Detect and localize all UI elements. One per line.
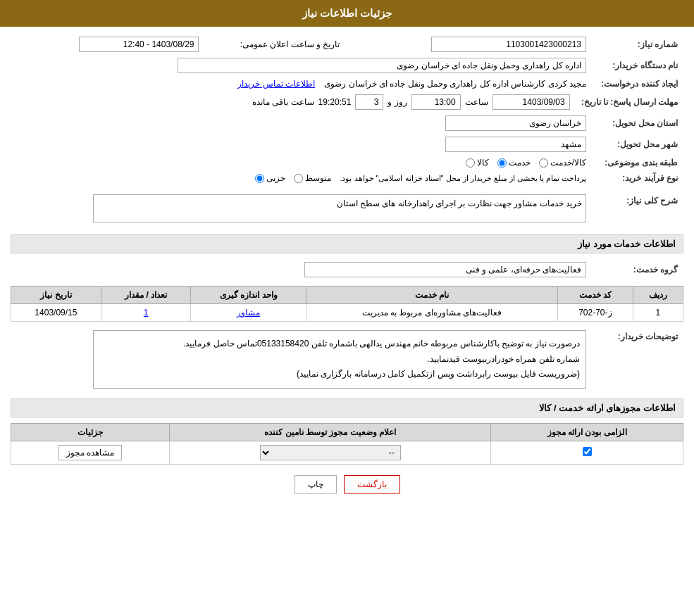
cell-name: فعالیت‌های مشاوره‌ای مربوط به مدیریت	[306, 304, 558, 322]
purchase-type-table: نوع فرآیند خرید: پرداخت تمام یا بخشی از …	[11, 170, 683, 186]
province-table: استان محل تحویل:	[11, 113, 683, 134]
buyer-notes-table: توضیحات خریدار: درصورت نیاز به توضیح باک…	[11, 327, 683, 391]
cell-code: ز-70-702	[557, 304, 633, 322]
need-description-textarea[interactable]	[93, 194, 586, 222]
need-number-label: شماره نیاز:	[592, 34, 683, 55]
remaining-time-value: 19:20:51	[318, 97, 352, 107]
content-area: شماره نیاز: تاریخ و ساعت اعلان عمومی: نا…	[0, 27, 694, 511]
buyer-notes-box: درصورت نیاز به توضیح باکارشناس مربوطه خا…	[93, 330, 586, 389]
permit-table: الزامی بودن ارائه مجوز اعلام وضعیت مجوز …	[11, 423, 683, 465]
announcement-date-input[interactable]	[79, 37, 199, 52]
city-label: شهر محل تحویل:	[592, 134, 683, 155]
category-radio-kala-khedmat-input[interactable]	[539, 158, 548, 168]
city-table: شهر محل تحویل:	[11, 134, 683, 155]
col-row: ردیف	[633, 287, 683, 304]
remaining-label: روز و	[388, 97, 407, 107]
category-radio-kala-input[interactable]	[466, 158, 475, 168]
permit-col-details: جزئیات	[11, 423, 170, 441]
response-time-input[interactable]	[411, 94, 461, 110]
col-date: تاریخ نیاز	[11, 287, 101, 304]
purchase-radio-jozi[interactable]: جزیی	[255, 173, 285, 183]
col-unit: واحد اندازه گیری	[191, 287, 306, 304]
service-group-label: گروه خدمت:	[592, 259, 683, 280]
col-name: نام خدمت	[306, 287, 558, 304]
deadline-table: مهلت ارسال پاسخ: تا تاریخ: ساعت روز و 19…	[11, 92, 683, 113]
cell-qty: 1	[101, 304, 191, 322]
view-permit-button[interactable]: مشاهده مجوز	[58, 445, 122, 460]
response-time-label: ساعت	[465, 97, 488, 107]
cell-date: 1403/09/15	[11, 304, 101, 322]
remaining-days-input[interactable]	[355, 94, 383, 110]
buyer-notes-line1: درصورت نیاز به توضیح باکارشناس مربوطه خا…	[99, 337, 580, 352]
category-table: طبقه بندی موضوعی: کالا/خدمت خدمت کالا	[11, 155, 683, 170]
response-deadline-label: مهلت ارسال پاسخ: تا تاریخ:	[576, 92, 683, 113]
need-description-value	[11, 191, 592, 227]
page-wrapper: جزئیات اطلاعات نیاز شماره نیاز: تاریخ و …	[0, 0, 694, 616]
permit-table-row: -- مشاهده مجوز	[11, 441, 683, 464]
contact-link[interactable]: اطلاعات تماس خریدار	[237, 79, 315, 89]
category-radio-khedmat[interactable]: خدمت	[497, 158, 531, 168]
page-header: جزئیات اطلاعات نیاز	[0, 0, 694, 27]
permit-required-cell	[491, 441, 683, 464]
purchase-note: پرداخت تمام یا بخشی از مبلغ خریدار از مح…	[340, 174, 586, 183]
service-group-value	[11, 259, 592, 280]
category-radio-kala[interactable]: کالا	[466, 158, 489, 168]
announcement-date-label: تاریخ و ساعت اعلان عمومی:	[240, 39, 340, 49]
permit-col-status: اعلام وضعیت مجوز توسط نامین کننده	[170, 423, 491, 441]
purchase-jozi-label: جزیی	[266, 173, 285, 183]
announcement-date-value	[11, 34, 204, 55]
category-kala-khedmat-label: کالا/خدمت	[550, 158, 586, 168]
city-value	[11, 134, 592, 155]
need-desc-table: شرح کلی نیاز:	[11, 191, 683, 227]
category-radio-kala-khedmat[interactable]: کالا/خدمت	[539, 158, 586, 168]
print-button[interactable]: چاپ	[295, 475, 337, 494]
creator-label: ایجاد کننده درخواست:	[592, 76, 683, 92]
category-radios: کالا/خدمت خدمت کالا	[11, 155, 592, 170]
creator-table: ایجاد کننده درخواست: مجید کردی کارشناس ا…	[11, 76, 683, 92]
services-table: ردیف کد خدمت نام خدمت واحد اندازه گیری ت…	[11, 286, 683, 322]
buyer-notes-label: توضیحات خریدار:	[592, 327, 683, 391]
category-kala-label: کالا	[477, 158, 489, 168]
need-number-value	[345, 34, 592, 55]
remaining-suffix: ساعت باقی مانده	[252, 97, 314, 107]
page-title: جزئیات اطلاعات نیاز	[302, 7, 392, 19]
permit-details-cell: مشاهده مجوز	[11, 441, 170, 464]
purchase-radio-jozi-input[interactable]	[255, 174, 264, 183]
province-value	[11, 113, 592, 134]
province-label: استان محل تحویل:	[592, 113, 683, 134]
buyer-notes-line2: شماره تلفن همراه خودرادربیوست فیدنمایید.	[99, 352, 580, 367]
permit-status-cell: --	[170, 441, 491, 464]
requester-org-label: نام دستگاه خریدار:	[592, 55, 683, 76]
service-info-title: اطلاعات خدمات مورد نیاز	[11, 234, 683, 253]
creator-text: مجید کردی کارشناس اداره کل راهداری وحمل …	[324, 79, 586, 89]
buyer-notes-content: درصورت نیاز به توضیح باکارشناس مربوطه خا…	[11, 327, 592, 391]
permit-section-title: اطلاعات مجوزهای ارائه خدمت / کالا	[11, 398, 683, 417]
category-label: طبقه بندی موضوعی:	[592, 155, 683, 170]
permit-col-required: الزامی بودن ارائه مجوز	[491, 423, 683, 441]
category-radio-khedmat-input[interactable]	[497, 158, 507, 168]
province-input[interactable]	[445, 115, 586, 131]
requester-org-input[interactable]	[178, 58, 586, 73]
buttons-row: بازگشت چاپ	[11, 475, 683, 494]
response-date-input[interactable]	[492, 94, 570, 110]
permit-status-select[interactable]: --	[260, 445, 401, 460]
requester-org-value	[11, 55, 592, 76]
need-description-label: شرح کلی نیاز:	[592, 191, 683, 227]
purchase-radio-motavasset[interactable]: متوسط	[294, 173, 331, 183]
col-code: کد خدمت	[557, 287, 633, 304]
city-input[interactable]	[445, 137, 586, 152]
back-button[interactable]: بازگشت	[344, 475, 400, 494]
top-info-table: شماره نیاز: تاریخ و ساعت اعلان عمومی:	[11, 34, 683, 55]
cell-unit: مشاور	[191, 304, 306, 322]
col-qty: تعداد / مقدار	[101, 287, 191, 304]
cell-row: 1	[633, 304, 683, 322]
need-number-input[interactable]	[431, 37, 586, 52]
org-table: نام دستگاه خریدار:	[11, 55, 683, 76]
permit-required-checkbox[interactable]	[583, 447, 592, 456]
table-row: 1 ز-70-702 فعالیت‌های مشاوره‌ای مربوط به…	[11, 304, 683, 322]
purchase-radio-motavasset-input[interactable]	[294, 174, 303, 183]
purchase-motavasset-label: متوسط	[305, 173, 331, 183]
service-group-input[interactable]	[304, 262, 586, 277]
response-deadline-value: ساعت روز و 19:20:51 ساعت باقی مانده	[11, 92, 576, 113]
service-group-table: گروه خدمت:	[11, 259, 683, 280]
